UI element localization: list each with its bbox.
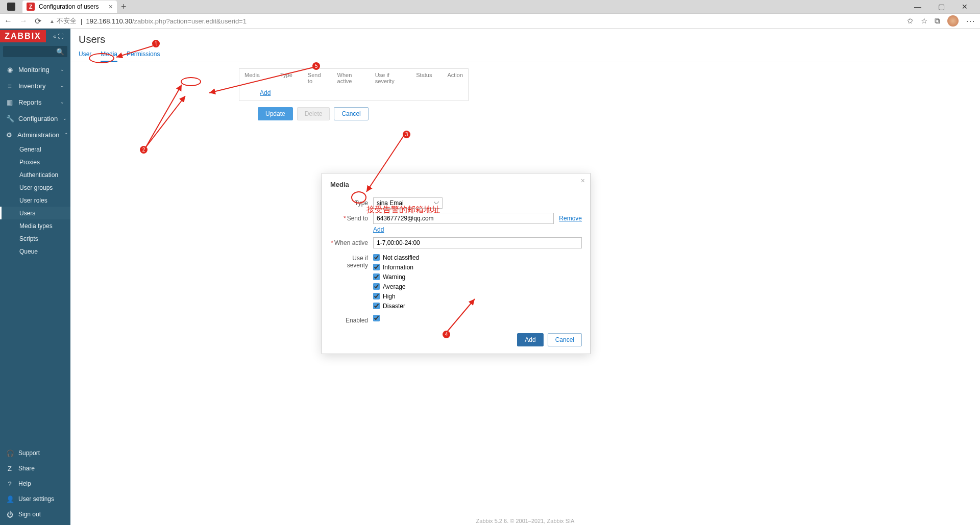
when-active-input[interactable]: [373, 237, 582, 248]
app-root: ZABBIX « ⛶ 🔍 ◉Monitoring⌄ ≡Inventory⌄ ▥R…: [0, 29, 980, 525]
subnav-queue[interactable]: Queue: [0, 245, 70, 258]
enabled-checkbox[interactable]: [373, 315, 380, 321]
form-buttons: Update Delete Cancel: [258, 107, 980, 120]
nav-icons: ← → ⟳: [4, 16, 41, 26]
nav-user-settings[interactable]: 👤User settings: [0, 491, 70, 507]
url-host: 192.168.110.30: [86, 17, 132, 25]
type-select[interactable]: sina Emai: [373, 197, 443, 209]
chevron-down-icon: ⌄: [60, 99, 64, 105]
subnav-user-groups[interactable]: User groups: [0, 181, 70, 194]
close-window-icon[interactable]: ✕: [958, 3, 972, 11]
nav-administration[interactable]: ⚙Administration⌃: [0, 127, 70, 143]
subnav-user-roles[interactable]: User roles: [0, 194, 70, 207]
label-type: Type: [330, 197, 373, 207]
zabbix-favicon: Z: [27, 3, 35, 11]
tab-user[interactable]: User: [79, 51, 91, 62]
support-icon: 🎧: [6, 449, 13, 457]
back-icon[interactable]: ←: [4, 16, 12, 26]
forward-icon[interactable]: →: [19, 16, 28, 26]
subnav-scripts[interactable]: Scripts: [0, 232, 70, 245]
modal-add-button[interactable]: Add: [517, 333, 543, 346]
severity-disaster[interactable]: Disaster: [373, 301, 582, 311]
profile-avatar[interactable]: [947, 15, 959, 27]
tab-permissions[interactable]: Permissions: [127, 51, 160, 62]
admin-submenu: General Proxies Authentication User grou…: [0, 143, 70, 258]
tab-title: Configuration of users: [39, 3, 99, 10]
administration-icon: ⚙: [6, 131, 12, 139]
favorites-icon[interactable]: ☆: [921, 16, 927, 26]
cancel-button[interactable]: Cancel: [334, 107, 368, 120]
modal-actions: Add Cancel: [330, 333, 582, 346]
nav-support[interactable]: 🎧Support: [0, 445, 70, 461]
read-aloud-icon[interactable]: ✩: [907, 16, 914, 26]
minimize-icon[interactable]: —: [911, 3, 925, 11]
subnav-media-types[interactable]: Media types: [0, 219, 70, 232]
annotation-num-2: 2: [140, 146, 148, 154]
browser-tab[interactable]: Z Configuration of users ×: [22, 1, 117, 13]
severity-warning[interactable]: Warning: [373, 272, 582, 282]
severity-information[interactable]: Information: [373, 262, 582, 272]
tab-media[interactable]: Media: [101, 51, 117, 62]
subnav-authentication[interactable]: Authentication: [0, 168, 70, 181]
nav-inventory[interactable]: ≡Inventory⌄: [0, 78, 70, 94]
reload-icon[interactable]: ⟳: [35, 16, 41, 26]
help-icon: ?: [6, 480, 13, 488]
media-add-link[interactable]: Add: [260, 89, 271, 96]
user-tabs: User Media Permissions: [70, 48, 980, 62]
update-button[interactable]: Update: [258, 107, 293, 120]
browser-menu-icon[interactable]: ⋯: [966, 15, 976, 27]
modal-close-icon[interactable]: ×: [581, 177, 585, 185]
annotation-circle-add: [181, 77, 201, 86]
new-tab-button[interactable]: +: [121, 2, 127, 12]
monitoring-icon: ◉: [6, 66, 13, 73]
nav-monitoring[interactable]: ◉Monitoring⌄: [0, 61, 70, 78]
footer: Zabbix 5.2.6. © 2001–2021, Zabbix SIA: [70, 518, 980, 524]
maximize-icon[interactable]: ▢: [934, 3, 948, 11]
svg-line-2: [146, 96, 185, 147]
nav-share[interactable]: ZShare: [0, 461, 70, 476]
sidebar-search[interactable]: 🔍: [3, 46, 67, 57]
modal-title: Media: [330, 181, 582, 188]
nav-configuration[interactable]: 🔧Configuration⌄: [0, 110, 70, 127]
tab-close-icon[interactable]: ×: [109, 3, 113, 11]
label-enabled: Enabled: [330, 315, 373, 324]
browser-tabbar: Z Configuration of users × + — ▢ ✕: [0, 0, 980, 13]
svg-line-1: [146, 85, 182, 147]
subnav-general[interactable]: General: [0, 143, 70, 156]
zabbix-logo[interactable]: ZABBIX: [0, 30, 46, 42]
media-table: Media Type Send to When active Use if se…: [239, 68, 469, 101]
media-modal: × Media Type sina Emai *Send to Remove A…: [322, 173, 591, 354]
sidebar-collapse-icons[interactable]: « ⛶: [46, 33, 70, 39]
add-send-to-link[interactable]: Add: [373, 226, 384, 233]
browser-chrome: Z Configuration of users × + — ▢ ✕ ← → ⟳…: [0, 0, 980, 29]
signout-icon: ⏻: [6, 511, 13, 518]
address-bar: ← → ⟳ 不安全 | 192.168.110.30/zabbix.php?ac…: [0, 13, 980, 29]
label-when-active: *When active: [330, 237, 373, 246]
label-send-to: *Send to: [330, 213, 373, 222]
security-warning[interactable]: 不安全: [50, 16, 77, 26]
severity-checklist: Not classified Information Warning Avera…: [373, 253, 582, 311]
severity-average[interactable]: Average: [373, 282, 582, 291]
logo-row: ZABBIX « ⛶: [0, 29, 70, 44]
user-icon: 👤: [6, 495, 13, 503]
nav-sign-out[interactable]: ⏻Sign out: [0, 507, 70, 522]
app-icon: [7, 3, 15, 11]
severity-not-classified[interactable]: Not classified: [373, 253, 582, 262]
subnav-proxies[interactable]: Proxies: [0, 156, 70, 168]
remove-link[interactable]: Remove: [559, 215, 582, 222]
inventory-icon: ≡: [6, 82, 13, 90]
url-field[interactable]: 不安全 | 192.168.110.30/zabbix.php?action=u…: [46, 16, 902, 26]
severity-high[interactable]: High: [373, 291, 582, 301]
delete-button: Delete: [297, 107, 330, 120]
nav-reports[interactable]: ▥Reports⌄: [0, 94, 70, 110]
window-controls: — ▢ ✕: [911, 3, 977, 11]
send-to-input[interactable]: [373, 213, 554, 224]
reports-icon: ▥: [6, 98, 13, 106]
sidebar: ZABBIX « ⛶ 🔍 ◉Monitoring⌄ ≡Inventory⌄ ▥R…: [0, 29, 70, 525]
annotation-num-3: 3: [403, 131, 410, 138]
modal-cancel-button[interactable]: Cancel: [548, 333, 582, 346]
nav-help[interactable]: ?Help: [0, 476, 70, 491]
collections-icon[interactable]: ⧉: [935, 16, 940, 26]
chevron-down-icon: ⌄: [60, 83, 64, 88]
subnav-users[interactable]: Users: [0, 207, 70, 219]
